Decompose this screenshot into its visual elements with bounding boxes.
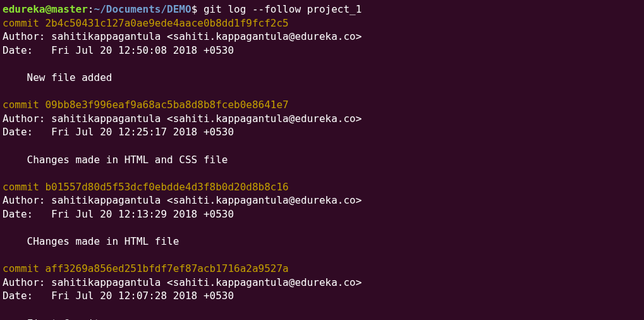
command-text: git log --follow project_1: [204, 3, 361, 15]
commit-hash: 09bb8e3f996eaf9a68ac5ba8d8b8fceb0e8641e7: [45, 99, 288, 111]
date-label: Date:: [3, 44, 51, 56]
prompt-dollar: $: [191, 3, 204, 15]
date-value: Fri Jul 20 12:07:28 2018 +0530: [51, 290, 234, 302]
author-value: sahitikappagantula <sahiti.kappagantula@…: [51, 30, 361, 42]
commit-message: First Commit: [3, 317, 100, 320]
author-label: Author:: [3, 276, 51, 288]
commit-message: Changes made in HTML and CSS file: [3, 154, 228, 166]
commit-label: commit: [3, 99, 45, 111]
author-value: sahitikappagantula <sahiti.kappagantula@…: [51, 194, 361, 206]
date-value: Fri Jul 20 12:13:29 2018 +0530: [51, 208, 234, 220]
terminal-output[interactable]: edureka@master:~/Documents/DEMO$ git log…: [3, 3, 641, 320]
date-label: Date:: [3, 208, 51, 220]
commit-message: New file added: [3, 71, 112, 83]
commit-hash: aff3269a856ed251bfdf7ef87acb1716a2a9527a: [45, 262, 288, 274]
author-label: Author:: [3, 194, 51, 206]
date-label: Date:: [3, 126, 51, 138]
author-value: sahitikappagantula <sahiti.kappagantula@…: [51, 276, 361, 288]
date-value: Fri Jul 20 12:25:17 2018 +0530: [51, 126, 234, 138]
commit-hash: 2b4c50431c127a0ae9ede4aace0b8dd1f9fcf2c5: [45, 17, 288, 29]
commit-hash: b01557d80d5f53dcf0ebdde4d3f8b0d20d8b8c16: [45, 181, 288, 193]
commit-label: commit: [3, 262, 45, 274]
prompt-user-host: edureka@master: [3, 3, 88, 15]
prompt-path: ~/Documents/DEMO: [94, 3, 191, 15]
author-label: Author:: [3, 30, 51, 42]
date-label: Date:: [3, 290, 51, 302]
commit-label: commit: [3, 181, 45, 193]
commit-label: commit: [3, 17, 45, 29]
commit-message: CHanges made in HTML file: [3, 235, 179, 247]
author-label: Author:: [3, 113, 51, 125]
date-value: Fri Jul 20 12:50:08 2018 +0530: [51, 44, 234, 56]
prompt-colon: :: [88, 3, 94, 15]
author-value: sahitikappagantula <sahiti.kappagantula@…: [51, 113, 361, 125]
